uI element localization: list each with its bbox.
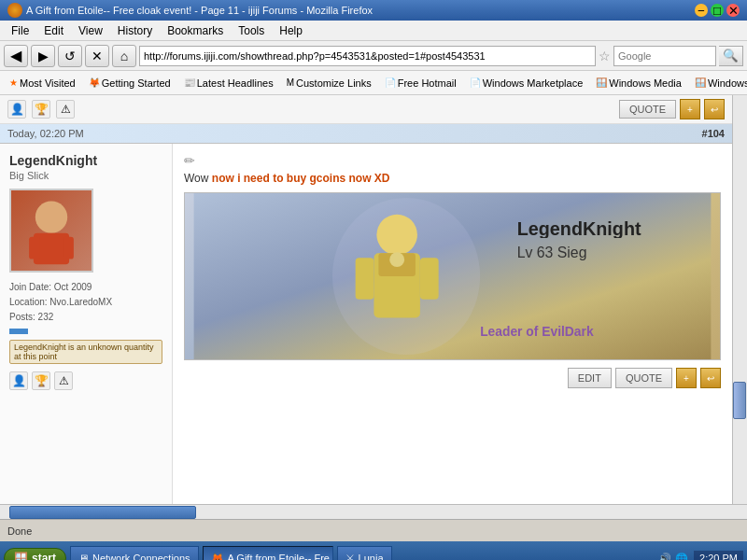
close-button[interactable]: ✕ bbox=[726, 4, 740, 17]
bookmark-windows-media[interactable]: 🪟 Windows Media bbox=[590, 76, 687, 91]
post-text: Wow now i need to buy gcoins now XD bbox=[184, 172, 721, 185]
svg-text:LegendKnight: LegendKnight bbox=[517, 218, 641, 239]
maximize-button[interactable]: □ bbox=[711, 4, 724, 17]
status-text: Done bbox=[7, 525, 32, 537]
taskbar-firefox-icon: 🦊 bbox=[211, 553, 224, 561]
menu-file[interactable]: File bbox=[4, 22, 36, 39]
forward-button[interactable]: ▶ bbox=[31, 45, 55, 67]
post-container: LegendKnight Big Slick bbox=[0, 144, 732, 504]
reload-button[interactable]: ↺ bbox=[58, 45, 82, 67]
svg-rect-11 bbox=[420, 258, 439, 300]
menu-help[interactable]: Help bbox=[272, 22, 310, 39]
user-icon-award: 🏆 bbox=[32, 100, 50, 119]
user-icon-alert-bottom: ⚠ bbox=[54, 371, 73, 390]
svg-point-13 bbox=[389, 252, 404, 267]
search-input[interactable] bbox=[613, 46, 716, 66]
bookmark-latest-headlines[interactable]: 📰 Latest Headlines bbox=[178, 76, 279, 91]
small-action-btn-2[interactable]: ↩ bbox=[704, 99, 725, 119]
taskbar-item-label: Network Connections bbox=[92, 553, 190, 560]
scrollbar-thumb-vertical[interactable] bbox=[733, 382, 746, 419]
post-body: ✏ Wow now i need to buy gcoins now XD bbox=[173, 144, 732, 504]
bookmark-label: Customize Links bbox=[296, 77, 372, 89]
minimize-button[interactable]: − bbox=[695, 4, 708, 17]
bookmark-label: Windows Media bbox=[609, 77, 682, 89]
taskbar-right: 🔊 🌐 2:20 PM bbox=[658, 551, 743, 560]
taskbar-item-firefox[interactable]: 🦊 A Gift from Etoile-- Fre... bbox=[203, 546, 333, 560]
taskbar-item-lunia[interactable]: ⚔ Lunia bbox=[337, 546, 392, 560]
bookmark-windows-marketplace[interactable]: 📄 Windows Marketplace bbox=[464, 76, 589, 91]
bookmark-customize-links[interactable]: M Customize Links bbox=[281, 76, 377, 91]
scrollbar-thumb-horizontal[interactable] bbox=[9, 506, 196, 519]
bookmarks-bar: ★ Most Visited 🦊 Getting Started 📰 Lates… bbox=[0, 71, 747, 95]
edit-icon: ✏ bbox=[184, 153, 721, 168]
taskbar-clock: 2:20 PM bbox=[694, 551, 743, 560]
firefox-icon bbox=[7, 3, 22, 18]
bookmark-windows[interactable]: 🪟 Windows bbox=[689, 76, 747, 91]
user-location: Location: Nvo.LaredoMX bbox=[9, 295, 162, 310]
join-date: Join Date: Oct 2009 bbox=[9, 280, 162, 295]
stop-button[interactable]: ✕ bbox=[85, 45, 109, 67]
bookmark-getting-started[interactable]: 🦊 Getting Started bbox=[83, 76, 176, 91]
scrollbar-horizontal[interactable] bbox=[0, 504, 747, 519]
bookmark-label: Getting Started bbox=[102, 77, 171, 89]
small-bottom-btn-2[interactable]: ↩ bbox=[700, 368, 721, 388]
post-header: Today, 02:20 PM #104 bbox=[0, 124, 732, 144]
bookmark-most-visited[interactable]: ★ Most Visited bbox=[4, 76, 81, 91]
hotmail-icon: 📄 bbox=[385, 77, 396, 88]
menu-tools[interactable]: Tools bbox=[231, 22, 272, 39]
search-button[interactable]: 🔍 bbox=[719, 46, 743, 66]
back-button[interactable]: ◀ bbox=[4, 45, 28, 67]
network-status-icon: 🔊 bbox=[658, 553, 671, 561]
bookmark-label: Windows Marketplace bbox=[483, 77, 584, 89]
network-icon: 🖥 bbox=[78, 553, 89, 560]
avatar bbox=[9, 189, 93, 273]
windows-icon: 🪟 bbox=[695, 77, 706, 88]
bookmark-label: Latest Headlines bbox=[197, 77, 274, 89]
small-action-btn-1[interactable]: + bbox=[680, 99, 700, 119]
small-bottom-btn-1[interactable]: + bbox=[676, 368, 697, 388]
menu-history[interactable]: History bbox=[110, 22, 160, 39]
svg-rect-5 bbox=[63, 237, 73, 259]
quote-bottom-button[interactable]: QUOTE bbox=[615, 368, 672, 388]
menu-view[interactable]: View bbox=[71, 22, 110, 39]
star-icon: ★ bbox=[9, 77, 18, 88]
menu-bookmarks[interactable]: Bookmarks bbox=[160, 22, 231, 39]
post-count: Posts: 232 bbox=[9, 310, 162, 325]
post-text-bold: now i need to buy gcoins now XD bbox=[212, 172, 390, 185]
taskbar: 🪟 start 🖥 Network Connections 🦊 A Gift f… bbox=[0, 541, 747, 560]
edit-bottom-button[interactable]: EDIT bbox=[568, 368, 612, 388]
windows-logo: 🪟 bbox=[14, 552, 28, 560]
title-bar: A Gift from Etoile-- Free cloak event! -… bbox=[0, 0, 747, 21]
window-title: A Gift from Etoile-- Free cloak event! -… bbox=[26, 5, 373, 16]
windows-media-icon: 🪟 bbox=[596, 77, 607, 88]
post-signature: LegendKnight Lv 63 Sieg Leader of EvilDa… bbox=[184, 192, 721, 360]
taskbar-item-label: A Gift from Etoile-- Fre... bbox=[228, 553, 333, 560]
user-icon-profile: 👤 bbox=[7, 100, 26, 119]
star-button[interactable]: ☆ bbox=[599, 49, 611, 63]
quote-top-button[interactable]: QUOTE bbox=[619, 100, 676, 119]
lunia-icon: ⚔ bbox=[345, 553, 355, 561]
user-column: LegendKnight Big Slick bbox=[0, 144, 173, 504]
start-button[interactable]: 🪟 start bbox=[4, 548, 66, 560]
svg-rect-4 bbox=[29, 237, 39, 259]
user-icon-alert: ⚠ bbox=[56, 100, 75, 119]
user-rep-bar: LegendKnight is an unknown quantity at t… bbox=[9, 340, 162, 364]
address-bar[interactable] bbox=[139, 46, 596, 66]
user-icon-profile-bottom: 👤 bbox=[9, 371, 28, 390]
menu-edit[interactable]: Edit bbox=[36, 22, 71, 39]
bookmark-free-hotmail[interactable]: 📄 Free Hotmail bbox=[379, 76, 462, 91]
user-icons-bottom: 👤 🏆 ⚠ bbox=[9, 371, 162, 390]
svg-point-2 bbox=[35, 201, 67, 232]
home-button[interactable]: ⌂ bbox=[112, 45, 136, 67]
user-bar bbox=[9, 329, 28, 334]
scrollbar-vertical[interactable] bbox=[732, 95, 747, 504]
bookmark-label: Most Visited bbox=[20, 77, 76, 89]
svg-point-8 bbox=[376, 215, 417, 256]
status-bar: Done bbox=[0, 519, 747, 541]
signature-image: LegendKnight Lv 63 Sieg Leader of EvilDa… bbox=[185, 193, 720, 359]
user-rank: Big Slick bbox=[9, 170, 162, 181]
bookmark-label: Windows bbox=[708, 77, 747, 89]
user-icon-award-bottom: 🏆 bbox=[32, 371, 50, 390]
browser-content: 👤 🏆 ⚠ QUOTE + ↩ Today, 02:20 PM #104 Leg… bbox=[0, 95, 747, 504]
taskbar-item-network[interactable]: 🖥 Network Connections bbox=[70, 546, 199, 560]
